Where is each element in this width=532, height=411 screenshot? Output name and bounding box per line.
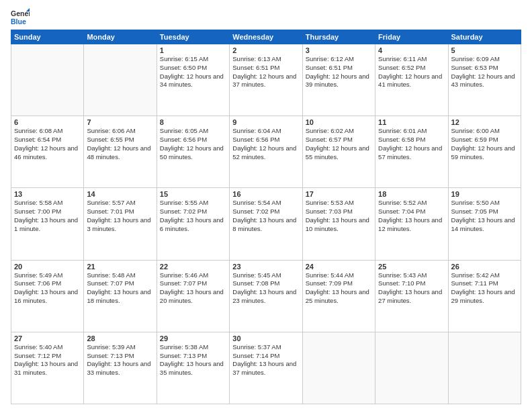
day-info: Sunrise: 6:06 AM Sunset: 6:55 PM Dayligh… [87,127,153,161]
day-number: 3 [306,46,372,54]
day-info: Sunrise: 6:12 AM Sunset: 6:51 PM Dayligh… [306,55,372,89]
day-number: 15 [160,190,226,198]
calendar-week-row: 27Sunrise: 5:40 AM Sunset: 7:12 PM Dayli… [11,332,521,404]
calendar-cell: 3Sunrise: 6:12 AM Sunset: 6:51 PM Daylig… [302,44,375,116]
day-number: 11 [378,118,445,126]
day-info: Sunrise: 5:40 AM Sunset: 7:12 PM Dayligh… [14,343,81,377]
day-info: Sunrise: 5:39 AM Sunset: 7:13 PM Dayligh… [87,343,153,377]
calendar-cell: 11Sunrise: 6:01 AM Sunset: 6:58 PM Dayli… [375,116,448,188]
calendar-cell [84,44,157,116]
day-info: Sunrise: 5:52 AM Sunset: 7:04 PM Dayligh… [378,199,445,233]
calendar-cell: 16Sunrise: 5:54 AM Sunset: 7:02 PM Dayli… [230,188,302,260]
calendar-cell: 18Sunrise: 5:52 AM Sunset: 7:04 PM Dayli… [375,188,448,260]
day-number: 13 [14,190,81,198]
calendar-cell: 13Sunrise: 5:58 AM Sunset: 7:00 PM Dayli… [11,188,84,260]
day-info: Sunrise: 5:43 AM Sunset: 7:10 PM Dayligh… [378,271,445,306]
calendar-cell: 28Sunrise: 5:39 AM Sunset: 7:13 PM Dayli… [84,332,157,404]
calendar-cell: 5Sunrise: 6:09 AM Sunset: 6:53 PM Daylig… [448,44,521,116]
day-info: Sunrise: 5:50 AM Sunset: 7:05 PM Dayligh… [451,199,518,233]
day-info: Sunrise: 6:00 AM Sunset: 6:59 PM Dayligh… [451,127,518,161]
calendar-cell: 23Sunrise: 5:45 AM Sunset: 7:08 PM Dayli… [230,260,302,332]
day-info: Sunrise: 6:15 AM Sunset: 6:50 PM Dayligh… [160,55,226,89]
weekday-header: Thursday [302,30,375,44]
calendar-cell [448,332,521,404]
day-info: Sunrise: 5:57 AM Sunset: 7:01 PM Dayligh… [87,199,153,233]
calendar-cell: 1Sunrise: 6:15 AM Sunset: 6:50 PM Daylig… [157,44,229,116]
day-number: 24 [306,263,372,271]
day-info: Sunrise: 5:49 AM Sunset: 7:06 PM Dayligh… [14,271,81,306]
calendar-week-row: 1Sunrise: 6:15 AM Sunset: 6:50 PM Daylig… [11,44,521,116]
page: General Blue SundayMondayTuesdayWednesda… [0,0,532,411]
logo: General Blue [11,8,31,27]
calendar-cell: 24Sunrise: 5:44 AM Sunset: 7:09 PM Dayli… [302,260,375,332]
calendar-cell: 29Sunrise: 5:38 AM Sunset: 7:13 PM Dayli… [157,332,229,404]
day-number: 6 [14,118,81,126]
weekday-header: Wednesday [230,30,302,44]
calendar-cell: 21Sunrise: 5:48 AM Sunset: 7:07 PM Dayli… [84,260,157,332]
day-info: Sunrise: 5:42 AM Sunset: 7:11 PM Dayligh… [451,271,518,306]
logo-icon: General Blue [11,8,30,27]
calendar-cell: 14Sunrise: 5:57 AM Sunset: 7:01 PM Dayli… [84,188,157,260]
calendar-cell: 9Sunrise: 6:04 AM Sunset: 6:56 PM Daylig… [230,116,302,188]
calendar-week-row: 6Sunrise: 6:08 AM Sunset: 6:54 PM Daylig… [11,116,521,188]
day-number: 16 [232,190,299,198]
day-number: 25 [378,263,445,271]
calendar-cell: 25Sunrise: 5:43 AM Sunset: 7:10 PM Dayli… [375,260,448,332]
day-info: Sunrise: 6:05 AM Sunset: 6:56 PM Dayligh… [160,127,226,161]
calendar-cell: 4Sunrise: 6:11 AM Sunset: 6:52 PM Daylig… [375,44,448,116]
day-number: 19 [451,190,518,198]
calendar-cell: 20Sunrise: 5:49 AM Sunset: 7:06 PM Dayli… [11,260,84,332]
day-number: 4 [378,46,445,54]
calendar-cell: 10Sunrise: 6:02 AM Sunset: 6:57 PM Dayli… [302,116,375,188]
day-number: 2 [232,46,299,54]
calendar-cell: 22Sunrise: 5:46 AM Sunset: 7:07 PM Dayli… [157,260,229,332]
day-number: 20 [14,263,81,271]
calendar-cell [302,332,375,404]
day-info: Sunrise: 6:09 AM Sunset: 6:53 PM Dayligh… [451,55,518,89]
calendar-cell: 27Sunrise: 5:40 AM Sunset: 7:12 PM Dayli… [11,332,84,404]
day-info: Sunrise: 6:13 AM Sunset: 6:51 PM Dayligh… [232,55,299,89]
day-info: Sunrise: 5:45 AM Sunset: 7:08 PM Dayligh… [232,271,299,306]
day-number: 30 [232,334,299,342]
calendar-table: SundayMondayTuesdayWednesdayThursdayFrid… [11,30,521,404]
weekday-header: Friday [375,30,448,44]
day-number: 9 [232,118,299,126]
day-number: 21 [87,263,153,271]
day-number: 12 [451,118,518,126]
calendar-cell: 15Sunrise: 5:55 AM Sunset: 7:02 PM Dayli… [157,188,229,260]
calendar-cell: 19Sunrise: 5:50 AM Sunset: 7:05 PM Dayli… [448,188,521,260]
calendar-cell: 17Sunrise: 5:53 AM Sunset: 7:03 PM Dayli… [302,188,375,260]
calendar-cell: 26Sunrise: 5:42 AM Sunset: 7:11 PM Dayli… [448,260,521,332]
calendar-week-row: 13Sunrise: 5:58 AM Sunset: 7:00 PM Dayli… [11,188,521,260]
day-number: 26 [451,263,518,271]
day-info: Sunrise: 5:54 AM Sunset: 7:02 PM Dayligh… [232,199,299,233]
day-info: Sunrise: 5:58 AM Sunset: 7:00 PM Dayligh… [14,199,81,233]
day-number: 22 [160,263,226,271]
calendar-cell: 30Sunrise: 5:37 AM Sunset: 7:14 PM Dayli… [230,332,302,404]
calendar-cell: 7Sunrise: 6:06 AM Sunset: 6:55 PM Daylig… [84,116,157,188]
calendar-header-row: SundayMondayTuesdayWednesdayThursdayFrid… [11,30,521,44]
day-info: Sunrise: 6:02 AM Sunset: 6:57 PM Dayligh… [306,127,372,161]
day-info: Sunrise: 5:46 AM Sunset: 7:07 PM Dayligh… [160,271,226,306]
day-number: 28 [87,334,153,342]
header: General Blue [11,8,521,27]
day-info: Sunrise: 5:37 AM Sunset: 7:14 PM Dayligh… [232,343,299,377]
day-info: Sunrise: 5:53 AM Sunset: 7:03 PM Dayligh… [306,199,372,233]
calendar-cell [375,332,448,404]
svg-text:General: General [11,9,30,17]
day-info: Sunrise: 5:44 AM Sunset: 7:09 PM Dayligh… [306,271,372,306]
day-info: Sunrise: 5:38 AM Sunset: 7:13 PM Dayligh… [160,343,226,377]
day-number: 10 [306,118,372,126]
day-number: 17 [306,190,372,198]
day-number: 7 [87,118,153,126]
calendar-cell: 12Sunrise: 6:00 AM Sunset: 6:59 PM Dayli… [448,116,521,188]
calendar-cell: 2Sunrise: 6:13 AM Sunset: 6:51 PM Daylig… [230,44,302,116]
weekday-header: Monday [84,30,157,44]
day-info: Sunrise: 6:04 AM Sunset: 6:56 PM Dayligh… [232,127,299,161]
day-number: 14 [87,190,153,198]
day-info: Sunrise: 5:48 AM Sunset: 7:07 PM Dayligh… [87,271,153,306]
day-number: 29 [160,334,226,342]
calendar-cell: 6Sunrise: 6:08 AM Sunset: 6:54 PM Daylig… [11,116,84,188]
day-number: 18 [378,190,445,198]
day-number: 23 [232,263,299,271]
